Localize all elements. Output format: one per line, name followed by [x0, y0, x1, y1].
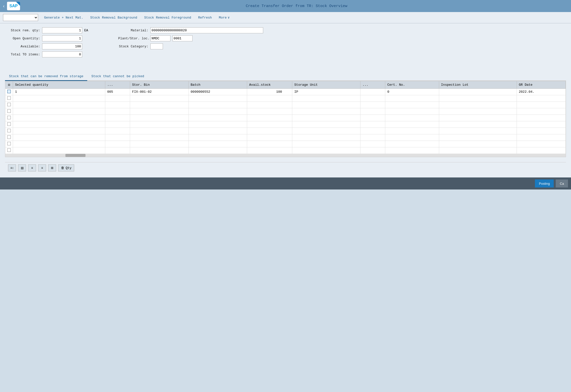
chevron-down-icon: ∨ — [228, 16, 230, 20]
row-checkbox[interactable] — [7, 116, 11, 119]
row-avail-stock: 100 — [247, 89, 292, 95]
row-checkbox[interactable] — [7, 122, 11, 126]
row-storage-unit: IP — [292, 89, 360, 95]
sort-icon: ≡↕ — [10, 166, 14, 170]
col-header-check: ⊡ — [5, 81, 13, 89]
horizontal-scrollbar[interactable] — [5, 154, 566, 157]
align-left-button[interactable]: ≡ — [28, 164, 36, 171]
refresh-button[interactable]: Refresh — [197, 15, 213, 20]
row-checkbox[interactable] — [7, 109, 11, 113]
stock-rem-qty-input[interactable] — [42, 27, 82, 33]
align-right-icon: ≡ — [41, 166, 43, 170]
align-right-button[interactable]: ≡ — [38, 164, 46, 171]
row-gr-date: 2022.04. — [517, 89, 565, 95]
row-checkbox[interactable] — [7, 148, 11, 152]
toolbar-select[interactable] — [3, 14, 38, 21]
row-checkbox[interactable] — [7, 90, 11, 93]
table-row: 1 005 FIX-001-02 0000000552 100 — [5, 89, 566, 95]
table-row — [5, 95, 566, 102]
row-cert-no: 0 — [385, 89, 439, 95]
filter-button[interactable]: ▤ — [18, 164, 26, 171]
table-row — [5, 147, 566, 154]
sap-flag-decoration — [16, 2, 20, 6]
row-selected-qty: 1 — [13, 89, 105, 95]
plant-input[interactable] — [150, 35, 170, 41]
stock-removal-fg-button[interactable]: Stock Removal Foreground — [143, 15, 192, 20]
more-button[interactable]: More ∨ — [218, 15, 231, 20]
open-quantity-label: Open Quantity: — [5, 37, 40, 40]
spacer — [5, 62, 566, 67]
table-row — [5, 102, 566, 108]
calculator-icon: ⊞ — [51, 166, 53, 170]
stock-removal-bg-button[interactable]: Stock Removal Background — [89, 15, 138, 20]
col-header-avail-stock: Avail.stock — [247, 81, 292, 89]
align-left-icon: ≡ — [31, 166, 33, 170]
material-input[interactable] — [150, 27, 263, 33]
col-header-selected-qty: Selected quantity — [13, 81, 105, 89]
open-quantity-input[interactable] — [42, 35, 82, 41]
row-checkbox[interactable] — [7, 142, 11, 145]
row-checkbox[interactable] — [7, 135, 11, 139]
form-left: Stock rem. qty: EA Open Quantity: Availa… — [5, 27, 88, 57]
material-row: Material: — [118, 27, 263, 33]
delete-qty-button[interactable]: 🗑 Qty — [58, 164, 74, 171]
more-label: More — [219, 16, 227, 20]
table-row — [5, 141, 566, 147]
col-header-storage-unit: Storage Unit — [292, 81, 360, 89]
spacer2 — [5, 157, 566, 162]
row-batch: 0000000552 — [188, 89, 247, 95]
table-row — [5, 128, 566, 134]
col-header-ellipsis1: ... — [105, 81, 130, 89]
main-content: Stock rem. qty: EA Open Quantity: Availa… — [0, 23, 571, 177]
sap-logo: SAP — [7, 2, 20, 10]
bottom-toolbar: ≡↕ ▤ ≡ ≡ ⊞ 🗑 Qty — [5, 162, 566, 173]
back-button[interactable]: ‹ — [3, 4, 5, 9]
row-check-cell[interactable] — [5, 89, 13, 95]
available-input[interactable] — [42, 43, 82, 49]
row-stor-bin: FIX-001-02 — [130, 89, 189, 95]
trash-icon: 🗑 — [61, 166, 64, 170]
scrollbar-thumb[interactable] — [65, 154, 85, 157]
plant-stor-label: Plant/Stor. loc.: — [118, 37, 148, 40]
stock-category-input[interactable] — [150, 43, 163, 49]
sort-button[interactable]: ≡↕ — [8, 164, 16, 171]
col-header-ellipsis2: ... — [360, 81, 385, 89]
stock-category-label: Stock Category: — [118, 45, 148, 48]
tab-removable[interactable]: Stock that can be removed from storage — [5, 72, 87, 81]
row-checkbox[interactable] — [7, 129, 11, 132]
table-section: ⊡ Selected quantity ... Stor. Bin Batch — [5, 81, 566, 157]
posting-button[interactable]: Posting — [535, 179, 554, 187]
table-row — [5, 108, 566, 115]
qty-label: Qty — [66, 166, 71, 170]
open-quantity-row: Open Quantity: — [5, 35, 88, 41]
col-header-stor-bin: Stor. Bin — [130, 81, 189, 89]
row-checkbox[interactable] — [7, 103, 11, 106]
stor-loc-input[interactable] — [172, 35, 193, 41]
generate-next-mat-button[interactable]: Generate + Next Mat. — [43, 15, 84, 20]
row-checkbox[interactable] — [7, 96, 11, 100]
available-row: Available: — [5, 43, 88, 49]
toolbar: Generate + Next Mat. Stock Removal Backg… — [0, 12, 571, 23]
row-ellipsis1: 005 — [105, 89, 130, 95]
stock-table: ⊡ Selected quantity ... Stor. Bin Batch — [5, 81, 566, 154]
select-all-icon[interactable]: ⊡ — [8, 83, 10, 87]
total-to-input[interactable] — [42, 51, 82, 57]
filter-icon: ▤ — [21, 166, 24, 170]
form-right: Material: Plant/Stor. loc.: Stock Catego… — [118, 27, 263, 57]
available-label: Available: — [5, 45, 40, 48]
col-header-batch: Batch — [188, 81, 247, 89]
stock-rem-qty-label: Stock rem. qty: — [5, 29, 40, 32]
cancel-button[interactable]: Ca — [556, 179, 568, 187]
table-wrapper[interactable]: ⊡ Selected quantity ... Stor. Bin Batch — [5, 81, 566, 157]
header: ‹ SAP Create Transfer Order from TR: Sto… — [0, 0, 571, 12]
plant-stor-row: Plant/Stor. loc.: — [118, 35, 263, 41]
total-to-label: Total TO items: — [5, 53, 40, 56]
tabs-section: Stock that can be removed from storage S… — [5, 72, 566, 81]
col-header-gr-date: GR Date — [517, 81, 565, 89]
table-row — [5, 121, 566, 128]
calculator-button[interactable]: ⊞ — [48, 164, 56, 171]
footer: Posting Ca — [0, 177, 571, 189]
page-title: Create Transfer Order from TR: Stock Ove… — [25, 4, 568, 8]
table-row — [5, 134, 566, 141]
tab-not-picked[interactable]: Stock that cannot be picked — [87, 72, 148, 81]
